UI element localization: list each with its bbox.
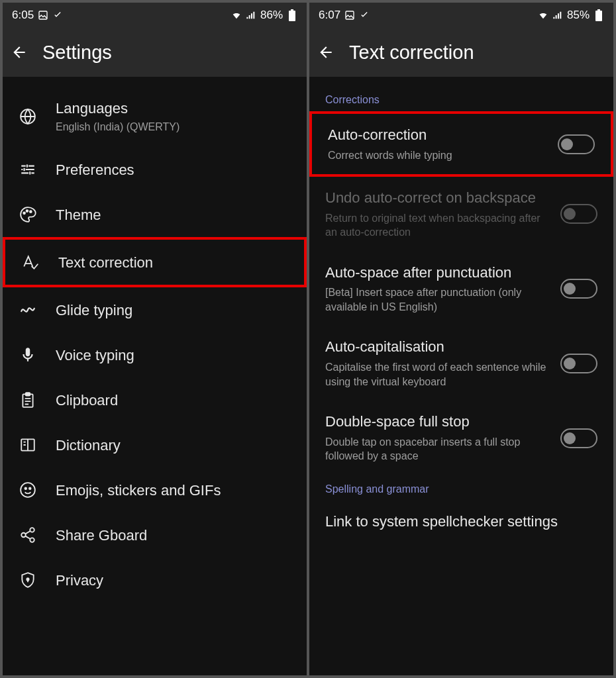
battery-icon [287, 10, 297, 21]
item-title: Link to system spellchecker settings [325, 512, 597, 531]
status-battery: 85% [567, 9, 590, 22]
languages-item[interactable]: Languages English (India) (QWERTY) [3, 86, 307, 147]
spellchecker-link-item[interactable]: Link to system spellchecker settings [309, 501, 613, 543]
auto-correction-item[interactable]: Auto-correction Correct words while typi… [309, 111, 613, 177]
settings-list: Languages English (India) (QWERTY) Prefe… [3, 77, 307, 675]
share-item[interactable]: Share Gboard [3, 512, 307, 557]
svg-rect-1 [289, 11, 295, 21]
book-icon [19, 436, 37, 454]
item-title: Undo auto-correct on backspace [325, 189, 550, 207]
spelling-header: Spelling and grammar [309, 475, 613, 501]
clipboard-item[interactable]: Clipboard [3, 377, 307, 422]
item-title: Privacy [56, 571, 103, 590]
item-title: Glide typing [56, 301, 132, 320]
page-title: Text correction [349, 42, 474, 64]
item-sub: Double tap on spacebar inserts a full st… [325, 435, 550, 463]
svg-point-4 [23, 213, 25, 215]
auto-space-toggle[interactable] [560, 279, 597, 299]
wifi-icon [538, 10, 548, 21]
svg-rect-0 [39, 11, 47, 19]
status-battery: 86% [260, 9, 283, 22]
item-sub: Return to original text when backspacing… [325, 211, 550, 240]
item-sub: English (India) (QWERTY) [56, 121, 180, 134]
text-correction-icon [21, 253, 40, 271]
item-title: Languages [56, 99, 180, 118]
svg-rect-8 [26, 393, 30, 395]
image-icon [344, 10, 355, 21]
svg-point-14 [21, 533, 26, 538]
app-bar: Settings [3, 28, 307, 77]
page-title: Settings [42, 42, 112, 64]
svg-point-15 [30, 538, 34, 543]
signal-icon [552, 10, 563, 21]
undo-toggle [560, 204, 597, 224]
glide-typing-item[interactable]: Glide typing [3, 287, 307, 332]
item-title: Auto-correction [328, 126, 547, 144]
status-time: 6:05 [12, 9, 34, 22]
status-time: 6:07 [319, 9, 340, 22]
palette-icon [19, 205, 37, 224]
image-icon [38, 10, 48, 21]
check-icon [52, 10, 63, 21]
svg-rect-18 [595, 11, 602, 21]
privacy-item[interactable]: Privacy [3, 557, 307, 603]
shield-icon [19, 571, 37, 589]
item-title: Voice typing [56, 346, 134, 365]
svg-rect-2 [291, 9, 293, 11]
mic-icon [19, 346, 37, 364]
battery-icon [593, 10, 604, 21]
item-title: Dictionary [56, 436, 121, 455]
share-icon [19, 526, 37, 544]
emojis-item[interactable]: Emojis, stickers and GIFs [3, 467, 307, 512]
svg-point-10 [21, 483, 35, 497]
auto-space-item[interactable]: Auto-space after punctuation [Beta] Inse… [309, 252, 613, 326]
item-title: Theme [56, 206, 101, 224]
status-bar: 6:05 86% [3, 3, 307, 28]
dictionary-item[interactable]: Dictionary [3, 422, 307, 467]
item-title: Auto-space after punctuation [325, 264, 550, 282]
item-sub: Capitalise the first word of each senten… [325, 360, 550, 389]
back-button[interactable] [317, 44, 334, 61]
auto-cap-item[interactable]: Auto-capitalisation Capitalise the first… [309, 326, 613, 401]
auto-cap-toggle[interactable] [560, 354, 597, 373]
signal-icon [246, 10, 256, 21]
voice-typing-item[interactable]: Voice typing [3, 332, 307, 377]
status-bar: 6:07 85% [309, 3, 613, 28]
item-title: Double-space full stop [325, 412, 550, 431]
item-sub: Correct words while typing [328, 148, 547, 163]
item-sub: [Beta] Insert space after punctuation (o… [325, 285, 550, 314]
text-correction-list: Corrections Auto-correction Correct word… [309, 77, 613, 675]
svg-point-5 [26, 210, 28, 212]
text-correction-screen: 6:07 85% Text correction Corrections Aut… [309, 3, 613, 675]
double-space-item[interactable]: Double-space full stop Double tap on spa… [309, 401, 613, 475]
svg-point-12 [29, 488, 31, 490]
svg-point-13 [30, 528, 34, 532]
app-bar: Text correction [309, 28, 613, 77]
emoji-icon [19, 481, 37, 499]
item-title: Preferences [56, 161, 134, 179]
corrections-header: Corrections [309, 86, 613, 111]
clipboard-icon [19, 391, 37, 409]
double-space-toggle[interactable] [560, 428, 597, 448]
globe-icon [19, 107, 37, 126]
svg-point-11 [25, 488, 26, 490]
glide-icon [19, 301, 37, 319]
item-title: Text correction [58, 254, 153, 272]
sliders-icon [19, 160, 37, 179]
back-button[interactable] [11, 44, 28, 61]
item-title: Emojis, stickers and GIFs [56, 481, 221, 500]
item-title: Auto-capitalisation [325, 338, 550, 356]
svg-rect-19 [597, 9, 600, 11]
wifi-icon [231, 10, 242, 21]
theme-item[interactable]: Theme [3, 192, 307, 237]
undo-auto-correct-item: Undo auto-correct on backspace Return to… [309, 177, 613, 252]
svg-point-6 [30, 211, 32, 213]
auto-correction-toggle[interactable] [558, 134, 595, 154]
item-title: Clipboard [56, 391, 118, 410]
item-title: Share Gboard [56, 526, 147, 545]
text-correction-item[interactable]: Text correction [3, 237, 307, 287]
check-icon [359, 10, 370, 21]
settings-screen: 6:05 86% Settings Languages English (Ind… [3, 3, 307, 675]
svg-rect-17 [346, 11, 354, 19]
preferences-item[interactable]: Preferences [3, 147, 307, 192]
